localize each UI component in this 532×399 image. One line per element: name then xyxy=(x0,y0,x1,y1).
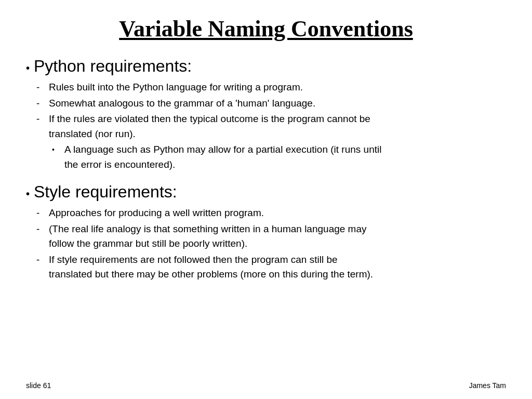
style-dash-2: - xyxy=(36,222,47,237)
footer-slide-number: slide 61 xyxy=(26,381,51,390)
python-item-1: - Rules built into the Python language f… xyxy=(36,80,506,95)
python-item-3-line1: If the rules are violated then the typic… xyxy=(49,113,370,124)
python-item-2-text: Somewhat analogous to the grammar of a '… xyxy=(49,96,506,111)
dash-3: - xyxy=(36,112,47,127)
sub-bullet-dot: • xyxy=(52,142,62,155)
dash-2: - xyxy=(36,96,47,111)
style-item-2-text: (The real life analogy is that something… xyxy=(49,222,506,251)
python-item-3: - If the rules are violated then the typ… xyxy=(36,112,506,141)
style-dash-1: - xyxy=(36,206,47,221)
style-item-1-text: Approaches for producing a well written … xyxy=(49,206,506,221)
python-content: - Rules built into the Python language f… xyxy=(26,80,506,172)
subbullet-line2: the error is encountered). xyxy=(64,159,175,170)
python-item-2: - Somewhat analogous to the grammar of a… xyxy=(36,96,506,111)
style-item-3: - If style requirements are not followed… xyxy=(36,252,506,282)
style-section: • Style requirements: - Approaches for p… xyxy=(26,182,506,282)
style-content: - Approaches for producing a well writte… xyxy=(26,206,506,282)
style-item-2-line1: (The real life analogy is that something… xyxy=(49,223,367,234)
python-bullet-dot: • xyxy=(26,62,30,74)
style-bullet-dot: • xyxy=(26,188,30,200)
slide-footer: slide 61 James Tam xyxy=(26,381,506,390)
style-header-text: Style requirements: xyxy=(34,182,177,202)
style-dash-3: - xyxy=(36,252,47,268)
python-item-3-text: If the rules are violated then the typic… xyxy=(49,112,506,141)
slide-container: Variable Naming Conventions • Python req… xyxy=(0,0,532,399)
footer-author: James Tam xyxy=(469,381,506,390)
dash-1: - xyxy=(36,80,47,95)
python-header-text: Python requirements: xyxy=(34,57,192,76)
python-item-1-text: Rules built into the Python language for… xyxy=(49,80,506,95)
python-subbullet: • A language such as Python may allow fo… xyxy=(52,142,506,172)
style-item-3-line1: If style requirements are not followed t… xyxy=(49,254,338,265)
subbullet-line1: A language such as Python may allow for … xyxy=(64,144,381,155)
python-subbullet-text: A language such as Python may allow for … xyxy=(64,142,506,172)
style-item-3-line2: translated but there may be other proble… xyxy=(49,269,373,280)
python-section: • Python requirements: - Rules built int… xyxy=(26,57,506,172)
style-item-3-text: If style requirements are not followed t… xyxy=(49,252,506,282)
slide-title: Variable Naming Conventions xyxy=(26,16,506,42)
python-item-3-line2: translated (nor run). xyxy=(49,128,136,139)
style-item-2: - (The real life analogy is that somethi… xyxy=(36,222,506,251)
style-header: • Style requirements: xyxy=(26,182,506,202)
style-item-1: - Approaches for producing a well writte… xyxy=(36,206,506,221)
python-header: • Python requirements: xyxy=(26,57,506,76)
style-item-2-line2: follow the grammar but still be poorly w… xyxy=(49,238,247,249)
